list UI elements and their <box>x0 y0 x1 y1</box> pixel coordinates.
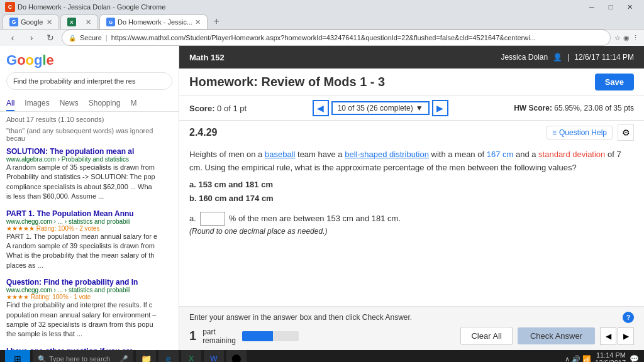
close-button[interactable]: ✕ <box>620 0 639 14</box>
highlight-mean: 167 cm <box>487 150 514 159</box>
result-2-url: www.chegg.com › ... › statistics and pro… <box>6 218 172 225</box>
browser-window: C Do Homework - Jessica Dolan - Google C… <box>0 0 644 362</box>
highlight-bell: bell-shaped distribution <box>345 150 429 159</box>
address-bar[interactable]: 🔒 Secure | https://www.mathxl.com/Studen… <box>62 30 611 46</box>
maximize-button[interactable]: □ <box>601 0 620 14</box>
next-page-button[interactable]: ▶ <box>618 327 634 345</box>
tab-close-1[interactable]: ✕ <box>47 18 52 26</box>
choice-list: a. 153 cm and 181 cm b. 160 cm and 174 c… <box>189 178 634 206</box>
course-name: Math 152 <box>189 53 225 62</box>
address-icons: ☆ ◉ ⋮ <box>614 34 639 42</box>
progress-text: 10 of 35 (26 complete) <box>338 104 413 112</box>
question-help-button[interactable]: ≡ Question Help <box>547 126 613 140</box>
progress-dropdown-icon[interactable]: ▼ <box>416 104 423 112</box>
file-explorer-icon: 📁 <box>141 354 152 362</box>
result-3-snippet: Find the probability and interpret the r… <box>6 300 172 339</box>
google-search-input[interactable] <box>6 72 172 90</box>
prev-page-button[interactable]: ◀ <box>600 327 616 345</box>
next-question-button[interactable]: ▶ <box>432 100 448 116</box>
hw-score-value: 65.95%, 23.08 of 35 pts <box>554 104 634 112</box>
homework-title: Homework: Review of Mods 1 - 3 <box>189 75 385 89</box>
prev-question-button[interactable]: ◀ <box>313 100 329 116</box>
result-1-snippet: A random sample of 35 specialists is dra… <box>6 163 172 202</box>
back-button[interactable]: ‹ <box>5 30 20 45</box>
mic-icon: 🎤 <box>119 355 128 363</box>
datetime: 12/6/17 11:14 PM <box>574 53 634 62</box>
taskbar-excel[interactable]: X <box>181 350 201 362</box>
clear-all-button[interactable]: Clear All <box>460 327 512 345</box>
chrome-icon: ⬤ <box>231 353 242 362</box>
question-text: Heights of men on a baseball team have a… <box>189 148 634 175</box>
hw-score: HW Score: 65.95%, 23.08 of 35 pts <box>514 104 634 112</box>
tab-close-3[interactable]: ✕ <box>195 18 201 26</box>
check-answer-button[interactable]: Check Answer <box>518 327 595 344</box>
tab-excel[interactable]: X ✕ <box>60 14 98 29</box>
highlight-sd: standard deviation <box>538 150 605 159</box>
google-tab-all[interactable]: All <box>6 96 14 111</box>
search-placeholder-text: Type here to search <box>49 355 110 362</box>
tab-favicon-1: G <box>9 18 18 26</box>
mathxl-panel: Math 152 Jessica Dolan 👤 | 12/6/17 11:14… <box>179 46 644 350</box>
part-a-prefix: a. <box>189 212 196 226</box>
nav-bar: ‹ › ↻ 🔒 Secure | https://www.mathxl.com/… <box>0 29 644 46</box>
google-tab-news[interactable]: News <box>60 96 79 111</box>
help-label: Question Help <box>559 128 607 137</box>
forward-button[interactable]: › <box>24 30 39 45</box>
part-a-text: % of the men are between 153 cm and 181 … <box>229 212 401 226</box>
taskbar-search[interactable]: 🔍 Type here to search 🎤 <box>33 350 133 362</box>
progress-bar-container <box>242 331 299 341</box>
taskbar: ⊞ 🔍 Type here to search 🎤 📁 e X W ⬤ ∧ 🔊 … <box>0 350 644 362</box>
user-info: Jessica Dolan 👤 | 12/6/17 11:14 PM <box>501 53 634 62</box>
save-button[interactable]: Save <box>595 74 634 90</box>
address-separator: | <box>106 34 108 41</box>
minimize-button[interactable]: ─ <box>582 0 601 14</box>
lock-icon: 🔒 <box>69 35 76 41</box>
google-tab-shopping[interactable]: Shopping <box>89 96 121 111</box>
bottom-actions: 1 part remaining Clear All Check Answ <box>189 327 634 345</box>
taskbar-time-date: 11:14 PM 12/6/2017 <box>595 351 626 362</box>
result-1-title[interactable]: SOLUTION: The population mean al <box>6 147 172 156</box>
start-button[interactable]: ⊞ <box>5 350 30 362</box>
google-tab-images[interactable]: Images <box>25 96 49 111</box>
tab-bar: G Google ✕ X ✕ G Do Homework - Jessic...… <box>0 14 644 29</box>
tab-close-2[interactable]: ✕ <box>86 18 91 26</box>
hw-title-bar: Homework: Review of Mods 1 - 3 Save <box>179 69 644 96</box>
tab-google-1[interactable]: G Google ✕ <box>3 14 59 29</box>
window-controls: ─ □ ✕ <box>582 0 639 14</box>
progress-box: 10 of 35 (26 complete) ▼ <box>331 101 430 115</box>
google-tab-more[interactable]: M <box>130 96 136 111</box>
taskbar-chrome[interactable]: ⬤ <box>226 350 247 362</box>
taskbar-icons: ∧ 🔊 📶 <box>565 355 591 363</box>
google-tabs-bar: All Images News Shopping M <box>0 96 179 112</box>
taskbar-edge[interactable]: e <box>158 350 179 362</box>
mathxl-content: 2.4.29 ≡ Question Help ⚙ Heights of men … <box>179 121 644 350</box>
reload-button[interactable]: ↻ <box>43 30 58 45</box>
taskbar-file-explorer[interactable]: 📁 <box>136 350 156 362</box>
highlight-baseball: baseball <box>265 150 295 159</box>
notification-icon[interactable]: 💬 <box>630 354 639 362</box>
answer-input-a[interactable] <box>200 212 225 226</box>
answer-input-line: a. % of the men are between 153 cm and 1… <box>189 212 634 226</box>
result-3-title[interactable]: Question: Find the probability and In <box>6 278 172 287</box>
question-number: 2.4.29 <box>189 127 217 138</box>
score-nav-bar: Score: 0 of 1 pt ◀ 10 of 35 (26 complete… <box>179 96 644 121</box>
list-icon: ≡ <box>552 128 557 137</box>
tab-mathxl[interactable]: G Do Homework - Jessic... ✕ <box>99 14 208 29</box>
part-word: part <box>203 327 236 336</box>
result-1: SOLUTION: The population mean al www.alg… <box>6 147 172 202</box>
new-tab-button[interactable]: + <box>209 14 224 29</box>
settings-button[interactable]: ⚙ <box>618 124 634 141</box>
score-section: Score: 0 of 1 pt <box>189 104 247 113</box>
taskbar-word[interactable]: W <box>204 350 224 362</box>
secure-label: Secure <box>80 34 102 41</box>
user-icon: 👤 <box>553 53 562 62</box>
result-1-url: www.algebra.com › Probability and statis… <box>6 156 172 163</box>
google-logo: Google <box>6 52 54 69</box>
edge-icon: e <box>166 354 171 362</box>
choice-b: b. 160 cm and 174 cm <box>189 192 634 206</box>
taskbar-right-area: ∧ 🔊 📶 11:14 PM 12/6/2017 💬 <box>565 351 639 362</box>
question-header: 2.4.29 ≡ Question Help ⚙ <box>179 121 644 145</box>
part-label-area: part remaining <box>203 327 236 345</box>
remaining-word: remaining <box>203 336 236 345</box>
result-2-title[interactable]: PART 1. The Population Mean Annu <box>6 209 172 218</box>
